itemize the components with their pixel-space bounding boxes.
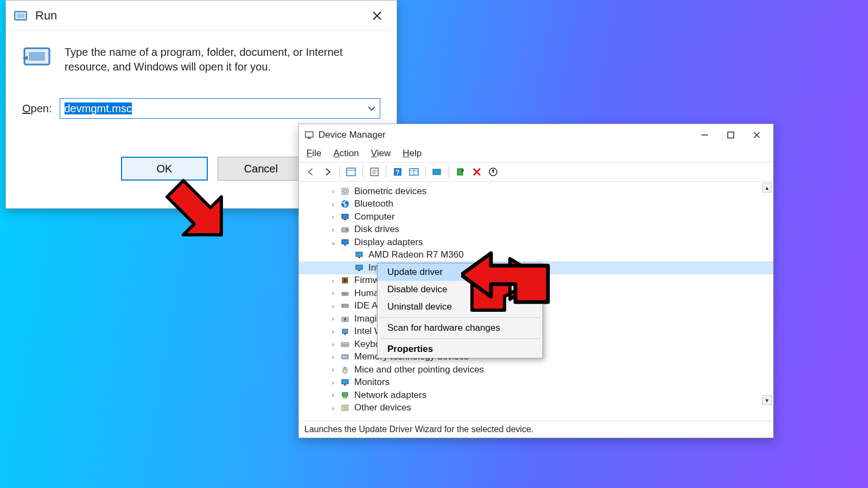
devmgr-titlebar[interactable]: Device Manager	[299, 124, 773, 146]
menu-view[interactable]: View	[371, 148, 391, 159]
devmgr-title-text: Device Manager	[318, 130, 386, 140]
close-button[interactable]	[744, 126, 770, 144]
svg-rect-36	[341, 343, 349, 346]
svg-point-34	[344, 318, 347, 320]
tree-label: Mice and other pointing devices	[354, 364, 484, 375]
close-icon[interactable]	[365, 6, 389, 25]
devmgr-menubar: File Action View Help	[299, 146, 773, 162]
svg-rect-24	[356, 252, 362, 256]
tree-label: Disk drives	[354, 224, 399, 235]
other-icon: ?	[340, 403, 350, 413]
chevron-down-icon[interactable]	[367, 104, 376, 113]
tree-computer[interactable]: ›Computer	[299, 210, 773, 223]
ide-icon	[340, 301, 350, 311]
svg-rect-18	[342, 214, 348, 219]
minimize-button[interactable]	[692, 126, 718, 144]
ctx-scan-hardware[interactable]: Scan for hardware changes	[378, 319, 542, 337]
tree-disk-drives[interactable]: ›Disk drives	[299, 223, 773, 236]
svg-rect-22	[342, 240, 348, 244]
svg-rect-39	[342, 380, 348, 384]
imaging-icon	[340, 314, 350, 324]
network-icon	[340, 390, 350, 400]
tree-amd-radeon[interactable]: AMD Radeon R7 M360	[299, 249, 773, 262]
tree-label: Display adapters	[354, 237, 423, 248]
run-body: Type the name of a program, folder, docu…	[6, 31, 397, 125]
open-row: Open: devmgmt.msc	[22, 98, 380, 119]
tree-network[interactable]: ›Network adapters	[299, 389, 773, 402]
update-driver-icon[interactable]	[430, 165, 444, 179]
svg-rect-7	[347, 168, 355, 176]
devmgr-app-icon	[304, 130, 314, 140]
context-menu: Update driver Disable device Uninstall d…	[377, 263, 543, 358]
scroll-down-icon[interactable]: ▾	[762, 395, 772, 405]
keyboard-icon	[340, 339, 350, 349]
open-input[interactable]: devmgmt.msc	[65, 102, 367, 115]
ctx-uninstall-device[interactable]: Uninstall device	[378, 298, 542, 316]
gpu-icon	[354, 263, 364, 273]
ctx-disable-device[interactable]: Disable device	[378, 281, 542, 298]
ctx-separator	[380, 317, 540, 318]
svg-rect-37	[342, 355, 348, 358]
svg-rect-35	[342, 329, 348, 333]
ok-button[interactable]: OK	[121, 157, 208, 181]
tree-bluetooth[interactable]: ›Bluetooth	[299, 198, 773, 211]
tree-monitors[interactable]: ›Monitors	[299, 376, 773, 389]
memory-icon	[340, 352, 350, 362]
tree-label: AMD Radeon R7 M360	[368, 249, 464, 260]
svg-rect-1	[16, 13, 24, 18]
run-titlebar[interactable]: Run	[6, 1, 397, 31]
svg-rect-12	[433, 169, 441, 175]
tree-mice[interactable]: ›Mice and other pointing devices	[299, 363, 773, 376]
biometric-icon	[340, 187, 350, 196]
svg-rect-27	[358, 270, 360, 271]
svg-rect-41	[342, 393, 348, 396]
disk-icon	[340, 224, 350, 234]
tree-display-adapters[interactable]: ⌄Display adapters	[299, 236, 773, 249]
svg-text:?: ?	[395, 169, 399, 176]
ctx-properties[interactable]: Properties	[378, 341, 542, 358]
svg-rect-40	[344, 384, 346, 386]
help-icon[interactable]: ?	[391, 165, 405, 179]
tree-label: Biometric devices	[354, 186, 426, 197]
show-hide-tree-icon[interactable]	[344, 165, 358, 179]
menu-help[interactable]: Help	[403, 148, 422, 159]
tree-label: Monitors	[354, 377, 390, 388]
run-message-row: Type the name of a program, folder, docu…	[22, 45, 380, 74]
toolbar-icon[interactable]	[407, 165, 421, 179]
svg-point-21	[346, 229, 348, 231]
computer-icon	[340, 212, 350, 222]
forward-icon[interactable]	[321, 165, 335, 179]
menu-action[interactable]: Action	[333, 148, 359, 159]
gpu-icon	[354, 250, 364, 260]
wiusb-icon	[340, 326, 350, 336]
tree-label: Other devices	[354, 402, 411, 413]
svg-rect-29	[343, 279, 347, 282]
open-combobox[interactable]: devmgmt.msc	[60, 98, 381, 119]
svg-rect-5	[308, 138, 311, 139]
properties-icon[interactable]	[367, 165, 381, 179]
svg-rect-6	[728, 132, 734, 138]
tree-label: Computer	[354, 211, 395, 222]
tree-biometric[interactable]: ›Biometric devices	[299, 185, 773, 198]
uninstall-device-icon[interactable]	[470, 165, 484, 179]
run-description: Type the name of a program, folder, docu…	[65, 45, 380, 74]
hid-icon	[340, 288, 350, 298]
open-label: Open:	[22, 102, 52, 115]
scan-hardware-icon[interactable]	[486, 165, 500, 179]
enable-device-icon[interactable]	[454, 165, 468, 179]
window-buttons	[692, 126, 770, 144]
status-bar: Launches the Update Driver Wizard for th…	[299, 421, 773, 438]
firmware-icon	[340, 275, 350, 285]
ctx-update-driver[interactable]: Update driver	[378, 264, 542, 281]
tree-label: Network adapters	[354, 390, 426, 401]
menu-file[interactable]: File	[307, 148, 321, 159]
display-icon	[340, 237, 350, 247]
devmgr-toolbar: ?	[299, 162, 773, 182]
cancel-button[interactable]: Cancel	[218, 157, 304, 181]
svg-rect-26	[356, 265, 362, 269]
tree-other[interactable]: ›?Other devices	[299, 402, 773, 415]
scroll-up-icon[interactable]: ▴	[762, 183, 772, 192]
back-icon[interactable]	[304, 165, 318, 179]
svg-rect-23	[344, 245, 346, 246]
maximize-button[interactable]	[718, 126, 744, 144]
